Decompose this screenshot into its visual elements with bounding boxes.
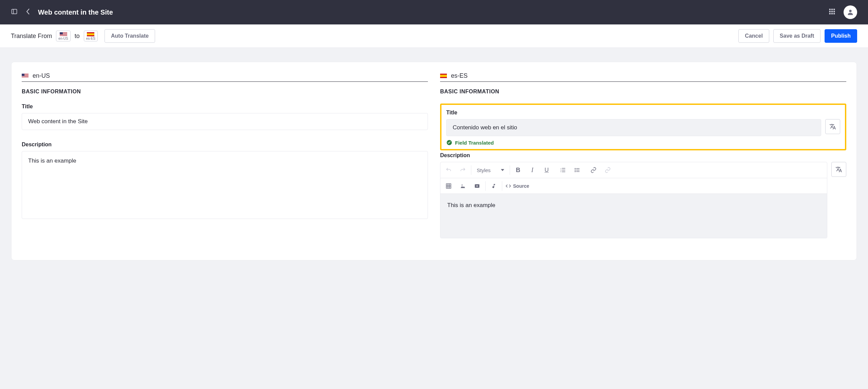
svg-point-14	[574, 170, 575, 171]
svg-rect-4	[833, 9, 835, 10]
underline-icon[interactable]: U	[542, 165, 551, 175]
target-description-field: Description	[440, 152, 846, 238]
content-area: en-US BASIC INFORMATION Title Descriptio…	[0, 48, 868, 274]
caret-down-icon	[501, 169, 504, 171]
code-icon	[506, 183, 511, 189]
page-title: Web content in the Site	[38, 8, 113, 16]
editor-toolbar: Styles B I U	[440, 162, 827, 194]
svg-point-13	[574, 168, 575, 169]
ordered-list-icon[interactable]	[558, 165, 568, 175]
svg-rect-3	[831, 9, 833, 10]
us-flag-icon	[22, 74, 29, 78]
svg-rect-2	[829, 9, 831, 10]
translate-title-button[interactable]	[825, 119, 840, 134]
editor-body[interactable]: This is an example	[440, 194, 827, 238]
user-avatar[interactable]	[844, 5, 857, 19]
source-column-header: en-US	[22, 72, 428, 82]
rich-text-editor: Styles B I U	[440, 162, 827, 238]
es-flag-icon	[440, 74, 447, 78]
svg-rect-18	[576, 171, 580, 172]
svg-rect-9	[831, 13, 833, 14]
cancel-button[interactable]: Cancel	[738, 29, 769, 43]
translate-icon	[829, 123, 836, 130]
source-label: Source	[513, 183, 529, 189]
svg-point-11	[849, 10, 851, 12]
unordered-list-icon[interactable]	[572, 165, 582, 175]
svg-rect-19	[446, 184, 451, 188]
from-lang-code: en-US	[58, 37, 68, 40]
target-title-input[interactable]	[446, 119, 821, 136]
target-column-header: es-ES	[440, 72, 846, 82]
styles-label: Styles	[477, 167, 491, 173]
redo-icon[interactable]	[458, 165, 468, 175]
source-title-label: Title	[22, 104, 428, 110]
to-label: to	[75, 33, 80, 40]
to-lang-code: es-ES	[86, 37, 95, 40]
source-section-title: BASIC INFORMATION	[22, 89, 428, 95]
target-description-label: Description	[440, 152, 846, 159]
bold-icon[interactable]: B	[513, 165, 523, 175]
toolbar-actions: Cancel Save as Draft Publish	[738, 29, 857, 43]
check-circle-icon	[446, 140, 452, 146]
svg-rect-8	[829, 13, 831, 14]
svg-rect-17	[576, 170, 580, 170]
undo-icon[interactable]	[444, 165, 453, 175]
target-title-label: Title	[446, 110, 840, 116]
source-title-input	[22, 113, 428, 130]
styles-dropdown[interactable]: Styles	[475, 167, 506, 173]
translate-toolbar: Translate From en-US to es-ES Auto Trans…	[0, 24, 868, 48]
table-icon[interactable]	[444, 181, 453, 191]
translate-icon	[835, 166, 842, 173]
source-description-field: Description This is an example	[22, 142, 428, 219]
back-icon[interactable]	[26, 8, 30, 16]
target-lang-code: es-ES	[451, 72, 468, 79]
svg-rect-0	[12, 9, 17, 14]
to-language-selector[interactable]: es-ES	[84, 31, 98, 41]
highlight-title-box: Title Field Translated	[440, 104, 846, 150]
svg-rect-5	[829, 11, 831, 12]
field-translated-label: Field Translated	[455, 140, 494, 146]
italic-icon[interactable]: I	[528, 165, 537, 175]
header-left: Web content in the Site	[11, 8, 113, 16]
source-description-value: This is an example	[22, 151, 428, 219]
translate-from-group: Translate From en-US to es-ES	[11, 31, 98, 41]
source-lang-code: en-US	[33, 72, 50, 79]
svg-rect-7	[833, 11, 835, 12]
source-button[interactable]: Source	[506, 183, 529, 189]
us-flag-icon	[60, 32, 67, 36]
unlink-icon[interactable]	[603, 165, 612, 175]
target-section-title: BASIC INFORMATION	[440, 89, 846, 95]
es-flag-icon	[87, 32, 94, 36]
image-icon[interactable]	[458, 181, 468, 191]
translate-from-label: Translate From	[11, 33, 52, 40]
publish-button[interactable]: Publish	[825, 29, 857, 43]
target-title-row	[446, 119, 840, 136]
from-language-selector[interactable]: en-US	[56, 31, 70, 41]
audio-icon[interactable]	[489, 181, 498, 191]
auto-translate-button[interactable]: Auto Translate	[105, 29, 155, 43]
source-description-label: Description	[22, 142, 428, 148]
link-icon[interactable]	[589, 165, 598, 175]
svg-rect-10	[833, 13, 835, 14]
panel-toggle-icon[interactable]	[11, 8, 18, 16]
svg-point-15	[574, 171, 575, 172]
source-title-field: Title	[22, 104, 428, 130]
svg-rect-16	[576, 168, 580, 169]
toolbar-row-2: Source	[440, 178, 827, 193]
editor-wrap: Styles B I U	[440, 162, 846, 238]
svg-point-24	[461, 184, 463, 185]
translate-description-button[interactable]	[831, 162, 846, 177]
save-draft-button[interactable]: Save as Draft	[773, 29, 820, 43]
source-column: en-US BASIC INFORMATION Title Descriptio…	[22, 72, 428, 250]
video-icon[interactable]	[472, 181, 482, 191]
apps-grid-icon[interactable]	[829, 8, 835, 16]
svg-rect-6	[831, 11, 833, 12]
app-header: Web content in the Site	[0, 0, 868, 24]
toolbar-row-1: Styles B I U	[440, 162, 616, 178]
field-translated-status: Field Translated	[446, 140, 840, 146]
translation-panel: en-US BASIC INFORMATION Title Descriptio…	[12, 62, 856, 260]
header-right	[829, 5, 857, 19]
target-column: es-ES BASIC INFORMATION Title Field Tran…	[440, 72, 846, 250]
